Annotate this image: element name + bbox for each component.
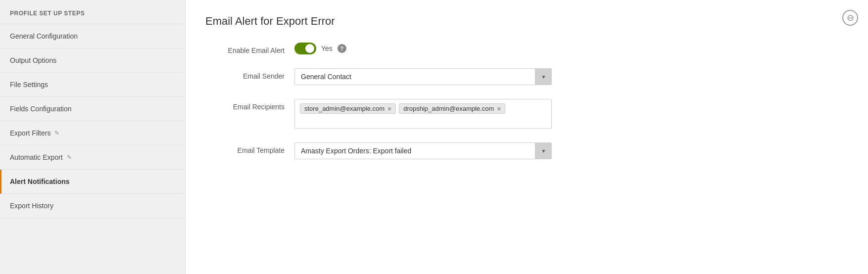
sidebar-header: PROFILE SET UP STEPS [0,0,185,24]
sidebar-item-alert-notifications[interactable]: Alert Notifications [0,170,185,194]
sidebar-item-label-fields-configuration: Fields Configuration [10,105,72,113]
email-sender-controls: General ContactSales RepresentativeCusto… [294,68,651,85]
enable-email-alert-label: Enable Email Alert [205,43,294,54]
sidebar-item-output-options[interactable]: Output Options [0,48,185,73]
recipient-tag-1: dropship_admin@example.com× [399,103,505,114]
email-sender-row: Email Sender General ContactSales Repres… [205,68,651,85]
recipient-remove-0[interactable]: × [387,105,391,112]
email-recipients-controls: store_admin@example.com×dropship_admin@e… [294,99,651,129]
email-recipients-row: Email Recipients store_admin@example.com… [205,99,651,129]
help-icon[interactable]: ? [338,44,346,53]
enable-email-alert-toggle[interactable] [294,43,316,54]
email-recipients-field[interactable]: store_admin@example.com×dropship_admin@e… [294,99,552,129]
sidebar-item-label-automatic-export: Automatic Export [10,153,63,161]
sidebar-item-file-settings[interactable]: File Settings [0,73,185,97]
enable-email-alert-row: Enable Email Alert Yes ? [205,43,651,54]
sidebar: PROFILE SET UP STEPS General Configurati… [0,0,186,274]
sidebar-item-label-file-settings: File Settings [10,81,48,89]
email-sender-select-wrapper: General ContactSales RepresentativeCusto… [294,68,552,85]
email-template-controls: Amasty Export Orders: Export failedDefau… [294,142,651,159]
top-right-circle-button[interactable]: ⊖ [842,10,858,26]
recipient-email-1: dropship_admin@example.com [403,105,494,112]
page-title: Email Alert for Export Error [205,15,848,28]
recipient-email-0: store_admin@example.com [304,105,385,112]
sidebar-nav: General ConfigurationOutput OptionsFile … [0,24,185,274]
email-template-select-wrapper: Amasty Export Orders: Export failedDefau… [294,142,552,159]
sidebar-item-label-alert-notifications: Alert Notifications [10,178,70,185]
email-template-row: Email Template Amasty Export Orders: Exp… [205,142,651,159]
sidebar-item-label-export-filters: Export Filters [10,129,50,137]
sidebar-item-export-history[interactable]: Export History [0,194,185,218]
sidebar-item-export-filters[interactable]: Export Filters✎ [0,121,185,145]
email-sender-label: Email Sender [205,68,294,80]
sidebar-item-general-configuration[interactable]: General Configuration [0,24,185,48]
sidebar-item-automatic-export[interactable]: Automatic Export✎ [0,145,185,170]
enable-email-alert-controls: Yes ? [294,43,651,54]
email-template-label: Email Template [205,142,294,154]
form-section: Enable Email Alert Yes ? Email Sender Ge… [205,43,651,159]
toggle-yes-label: Yes [321,45,333,52]
sidebar-item-label-general-configuration: General Configuration [10,32,78,40]
edit-icon-automatic-export: ✎ [67,154,72,161]
sidebar-item-label-output-options: Output Options [10,56,56,64]
recipient-remove-1[interactable]: × [497,105,501,112]
sidebar-header-text: PROFILE SET UP STEPS [10,10,85,17]
sidebar-item-fields-configuration[interactable]: Fields Configuration [0,97,185,121]
email-sender-select[interactable]: General ContactSales RepresentativeCusto… [294,68,552,85]
sidebar-item-label-export-history: Export History [10,202,53,210]
main-content: Email Alert for Export Error Enable Emai… [186,0,868,274]
recipient-tag-0: store_admin@example.com× [300,103,396,114]
email-template-select[interactable]: Amasty Export Orders: Export failedDefau… [294,142,552,159]
email-recipients-label: Email Recipients [205,99,294,111]
edit-icon-export-filters: ✎ [54,130,59,137]
